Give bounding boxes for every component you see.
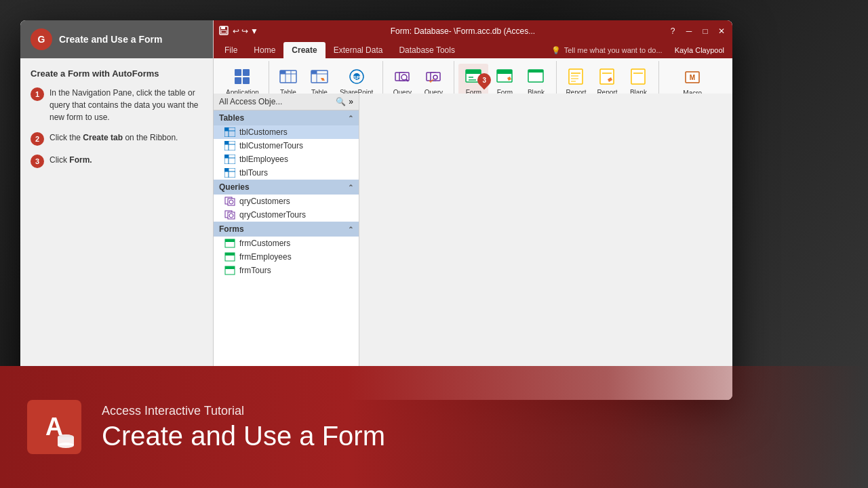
close-button[interactable]: ✕	[716, 26, 727, 37]
undo-redo-group: ↩ ↪ ▼	[233, 26, 258, 36]
bottom-text: Access Interactive Tutorial Create and U…	[102, 404, 385, 451]
access-db-icon	[56, 434, 76, 449]
svg-rect-4	[243, 69, 250, 76]
title-bar-right: ? ─ □ ✕	[667, 26, 727, 37]
macro-icon: M	[682, 66, 703, 88]
table-icon-tours	[224, 168, 235, 178]
title-bar: ↩ ↪ ▼ Form: Database- \Form.acc.db (Acce…	[214, 20, 732, 42]
blank-report-icon	[627, 66, 649, 87]
svg-rect-11	[280, 70, 285, 74]
svg-rect-20	[399, 73, 409, 81]
minimize-button[interactable]: ─	[684, 26, 694, 37]
tab-external-data[interactable]: External Data	[326, 42, 391, 58]
tutorial-title: Create and Use a Form	[59, 33, 163, 45]
nav-label-qryCustomerTours: qryCustomerTours	[239, 210, 306, 220]
access-logo: A	[27, 400, 81, 454]
table-icon-employees	[224, 155, 235, 164]
nav-label-tblCustomers: tblCustomers	[239, 127, 288, 137]
nav-pane-title: All Access Obje...	[219, 97, 282, 106]
svg-rect-60	[224, 168, 229, 171]
nav-item-frmTours[interactable]: frmTours	[214, 264, 359, 277]
nav-label-frmEmployees: frmEmployees	[239, 252, 292, 262]
nav-label-frmCustomers: frmCustomers	[239, 239, 290, 248]
svg-rect-52	[224, 141, 229, 144]
nav-item-tblCustomerTours[interactable]: tblCustomerTours	[214, 139, 359, 152]
nav-label-tblCustomerTours: tblCustomerTours	[239, 141, 303, 150]
svg-rect-39	[600, 69, 614, 84]
save-icon[interactable]	[219, 26, 229, 37]
access-window: ↩ ↪ ▼ Form: Database- \Form.acc.db (Acce…	[214, 20, 732, 400]
queries-collapse-icon: ⌃	[348, 184, 353, 191]
nav-item-qryCustomers[interactable]: qryCustomers	[214, 195, 359, 208]
table-design-icon	[309, 66, 330, 87]
forms-section-header[interactable]: Forms ⌃	[214, 222, 359, 237]
nav-item-frmEmployees[interactable]: frmEmployees	[214, 250, 359, 264]
title-bar-left: ↩ ↪ ▼	[219, 26, 258, 37]
query-design-icon	[422, 66, 444, 87]
step-text-3: Click Form.	[50, 154, 92, 166]
tutorial-panel: G Create and Use a Form Create a Form wi…	[20, 20, 214, 400]
nav-pane: All Access Obje... 🔍 » Tables ⌃	[214, 94, 359, 400]
tab-file[interactable]: File	[216, 42, 245, 58]
help-button[interactable]: ?	[667, 26, 678, 37]
svg-rect-70	[225, 253, 235, 256]
svg-text:SP: SP	[353, 75, 360, 81]
step-text-1: In the Navigation Pane, click the table …	[50, 87, 203, 123]
query-icon-customers	[224, 197, 235, 206]
tab-home[interactable]: Home	[245, 42, 283, 58]
step-text-2: Click the Create tab on the Ribbon.	[50, 131, 178, 144]
svg-rect-68	[225, 239, 235, 242]
tutorial-header: G Create and Use a Form	[20, 20, 213, 58]
table-icon-customer-tours	[224, 141, 235, 150]
tell-me-box[interactable]: 💡 Tell me what you want to do...	[545, 44, 669, 57]
screen-container: G Create and Use a Form Create a Form wi…	[20, 20, 732, 400]
nav-label-tblTours: tblTours	[239, 168, 268, 178]
main-content-area	[359, 94, 732, 400]
svg-rect-33	[528, 70, 543, 73]
forms-section-label: Forms	[219, 224, 244, 234]
nav-item-tblEmployees[interactable]: tblEmployees	[214, 152, 359, 166]
form-design-icon	[494, 66, 515, 87]
nav-pane-controls: 🔍 »	[336, 97, 353, 106]
nav-item-frmCustomers[interactable]: frmCustomers	[214, 237, 359, 250]
svg-point-75	[58, 443, 74, 448]
nav-collapse-icon[interactable]: »	[349, 97, 353, 106]
nav-item-tblTours[interactable]: tblTours	[214, 166, 359, 180]
queries-section-label: Queries	[219, 182, 250, 192]
queries-section-header[interactable]: Queries ⌃	[214, 180, 359, 195]
nav-search-icon[interactable]: 🔍	[336, 97, 346, 106]
bottom-overlay: A Access Interactive Tutorial Create and…	[0, 366, 868, 488]
user-name: Kayla Claypool	[669, 44, 730, 56]
svg-rect-72	[225, 266, 235, 269]
svg-point-76	[58, 434, 74, 440]
svg-rect-15	[311, 70, 317, 74]
tables-section-header[interactable]: Tables ⌃	[214, 110, 359, 125]
svg-rect-31	[497, 70, 512, 74]
callout-number: 3	[483, 77, 487, 84]
svg-rect-6	[243, 77, 250, 84]
undo-icon[interactable]: ↩	[233, 26, 239, 36]
table-icon-customers	[224, 127, 235, 137]
query-icon-customer-tours	[224, 210, 235, 220]
nav-label-qryCustomers: qryCustomers	[239, 197, 290, 206]
tab-create[interactable]: Create	[283, 42, 325, 58]
form-icon-customers	[224, 239, 235, 248]
customize-icon[interactable]: ▼	[250, 26, 258, 36]
maximize-button[interactable]: □	[700, 26, 711, 37]
tables-collapse-icon: ⌃	[348, 115, 353, 122]
tutorial-subtitle: Create a Form with AutoForms	[31, 68, 203, 79]
svg-rect-2	[221, 30, 226, 33]
tutorial-logo-letter: G	[38, 34, 45, 45]
tutorial-step-1: 1 In the Navigation Pane, click the tabl…	[31, 87, 203, 123]
svg-rect-48	[224, 127, 229, 131]
redo-icon[interactable]: ↪	[241, 26, 248, 36]
tab-database-tools[interactable]: Database Tools	[391, 42, 463, 58]
nav-label-frmTours: frmTours	[239, 266, 271, 275]
query-wizard-icon	[391, 66, 413, 87]
tutorial-content: Create a Form with AutoForms 1 In the Na…	[20, 58, 213, 186]
svg-rect-3	[235, 69, 241, 76]
step-number-3: 3	[31, 155, 44, 168]
report-icon	[565, 66, 587, 87]
nav-item-qryCustomerTours[interactable]: qryCustomerTours	[214, 208, 359, 222]
nav-item-tblCustomers[interactable]: tblCustomers	[214, 125, 359, 139]
